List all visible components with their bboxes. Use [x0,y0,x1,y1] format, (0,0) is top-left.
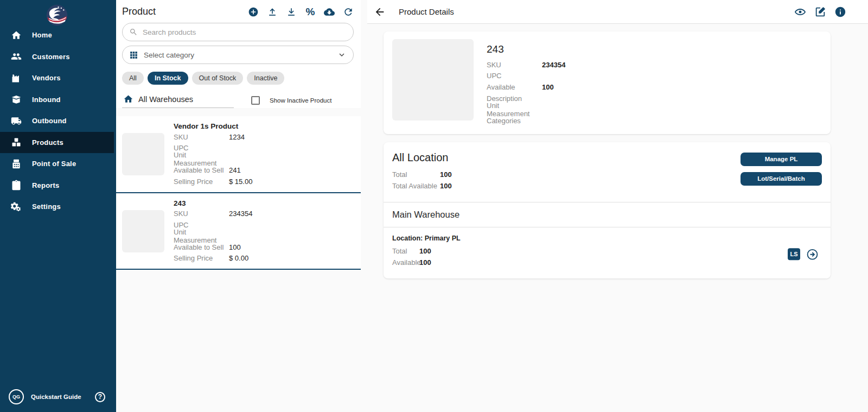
chevron-down-icon [337,50,347,60]
product-details-panel: Product Details 243 SKU234354 UPC Availa… [361,0,868,412]
warehouse-select-label: All Warehouses [138,95,193,104]
row-value: 100 [419,247,431,255]
cloud-download-icon[interactable] [324,7,335,17]
show-inactive-checkbox[interactable] [251,96,260,105]
info-icon[interactable] [834,6,846,18]
quickstart-label: Quickstart Guide [31,394,95,400]
back-arrow-icon [374,6,386,18]
warehouse-filter-row: All Warehouses Show Inactive Product [122,93,354,108]
product-name: 243 [174,199,252,207]
product-list-header: Product % [114,0,361,108]
details-header: Product Details [367,0,868,24]
refresh-icon[interactable] [343,7,354,17]
show-inactive-toggle[interactable]: Show Inactive Product [251,96,331,105]
help-icon[interactable]: ? [95,392,105,402]
products-icon [11,137,22,148]
sidebar-item-label: Outbound [32,117,67,125]
row-label: Available to Sell [174,166,229,174]
row-value: $ 15.00 [229,178,252,186]
eagle-flag-logo-icon [46,4,68,27]
sidebar-item-label: Point of Sale [32,160,76,168]
details-header-icons [794,6,846,18]
app-logo [0,0,114,27]
row-label: Available [392,258,419,267]
show-inactive-label: Show Inactive Product [270,97,331,104]
sidebar-item-inbound[interactable]: Inbound [0,89,114,111]
edit-icon[interactable] [814,6,826,18]
row-label: SKU [174,133,229,141]
warehouse-home-icon [123,94,133,104]
product-name: Vendor 1s Product [174,122,252,130]
row-value: 100 [440,182,452,190]
search-icon [129,28,138,36]
product-list-item-selected[interactable]: 243 SKU234354 UPC Unit Measurement Avail… [114,192,361,270]
quickstart-badge: QG [9,389,24,404]
sidebar-item-settings[interactable]: Settings [0,196,114,218]
location-card: All Location Total100 Total Available100… [384,142,831,278]
row-label: Total Available [392,182,440,190]
sidebar-item-outbound[interactable]: Outbound [0,110,114,132]
sidebar-item-point-of-sale[interactable]: Point of Sale [0,153,114,175]
product-toolbar: % [248,7,354,17]
filter-chip-out-of-stock[interactable]: Out of Stock [192,72,244,85]
reports-icon [11,180,22,191]
row-label: Available [487,83,542,91]
product-detail-name: 243 [487,43,565,55]
row-label: Selling Price [174,178,229,186]
product-image-placeholder [392,39,474,121]
sidebar-item-reports[interactable]: Reports [0,175,114,197]
row-label: Available to Sell [174,243,229,251]
add-circle-icon[interactable] [248,7,259,17]
sidebar-item-label: Reports [32,181,60,189]
upload-icon[interactable] [267,7,278,17]
filter-chip-in-stock[interactable]: In Stock [148,72,188,85]
category-select-label: Select category [144,51,337,59]
settings-icon [11,201,22,212]
download-icon[interactable] [286,7,297,17]
manage-pl-button[interactable]: Manage PL [741,153,822,166]
product-list-item[interactable]: Vendor 1s Product SKU1234 UPC Unit Measu… [114,116,361,192]
search-products-box [122,23,354,41]
visibility-icon[interactable] [794,6,806,18]
vendors-icon [11,73,22,84]
arrow-right-circle-icon[interactable] [806,248,819,261]
back-button[interactable] [374,6,386,18]
row-label: Unit Measurement [174,228,229,244]
sidebar-item-label: Vendors [32,74,61,82]
inbound-icon [11,94,22,105]
row-label: UPC [487,72,542,80]
filter-chip-all[interactable]: All [122,72,144,85]
sidebar-nav: Home Customers Vendors Inbound Outbound … [0,24,114,218]
warehouse-select[interactable]: All Warehouses [122,93,234,108]
stock-filter-chips: All In Stock Out of Stock Inactive [122,72,354,85]
customers-icon [11,51,22,62]
filter-chip-inactive[interactable]: Inactive [247,72,284,85]
row-value: 1234 [229,133,245,141]
row-value: 100 [229,243,241,251]
quickstart-guide[interactable]: QG Quickstart Guide ? [0,389,114,404]
row-value: 241 [229,166,241,174]
sidebar-item-vendors[interactable]: Vendors [0,67,114,89]
row-value: 100 [542,83,554,91]
row-label: Categories [487,117,542,125]
sidebar-item-products[interactable]: Products [0,132,114,154]
product-detail-card: 243 SKU234354 UPC Available100 Descripti… [384,31,831,134]
row-value: $ 0.00 [229,254,248,262]
sidebar-item-label: Products [32,138,63,147]
sidebar-item-customers[interactable]: Customers [0,46,114,68]
search-input[interactable] [143,28,347,36]
sidebar: Home Customers Vendors Inbound Outbound … [0,0,114,412]
sidebar-item-home[interactable]: Home [0,24,114,46]
product-thumbnail-placeholder [122,133,164,175]
details-body: 243 SKU234354 UPC Available100 Descripti… [361,24,868,412]
percent-icon[interactable]: % [305,7,316,17]
details-title: Product Details [399,7,794,16]
row-label: SKU [174,210,229,218]
lot-serial-batch-button[interactable]: Lot/Serial/Batch [741,172,822,186]
row-label: Unit Measurement [174,151,229,167]
product-list-panel: Product % [114,0,361,412]
product-thumbnail-placeholder [122,210,164,252]
category-grid-icon [129,50,138,60]
ls-badge[interactable]: LS [788,248,800,260]
category-select[interactable]: Select category [122,46,354,64]
